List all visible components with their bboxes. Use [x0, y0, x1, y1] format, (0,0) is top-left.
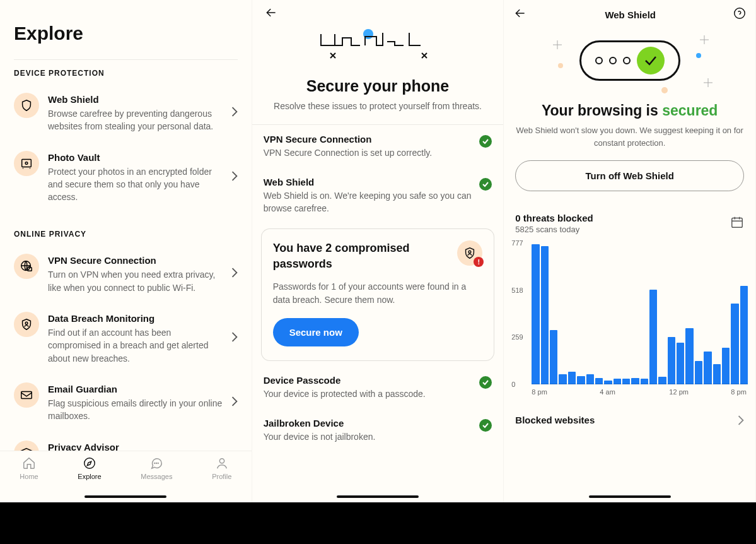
item-title: VPN Secure Connection — [264, 134, 472, 145]
chart-bar — [722, 348, 730, 384]
chart-bar — [550, 330, 557, 384]
x-tick-label: 12 pm — [669, 388, 689, 396]
alert-badge-icon: ! — [474, 257, 484, 267]
header-title: Web Shield — [605, 9, 656, 20]
chevron-right-icon — [231, 171, 238, 184]
tab-bar: Home Explore Messages Profile — [0, 451, 252, 502]
chevron-right-icon — [738, 415, 744, 425]
y-tick-label: 777 — [511, 239, 523, 247]
item-desc: Protect your photos in an encrypted fold… — [48, 165, 223, 204]
back-button[interactable] — [513, 7, 528, 22]
scans-chart: 0259518777 8 pm4 am12 pm8 pm — [511, 243, 748, 396]
threats-count: 0 threats blocked — [515, 213, 593, 223]
chart-bar — [532, 244, 539, 384]
page-title: Explore — [14, 23, 238, 44]
home-indicator[interactable] — [589, 495, 671, 498]
scans-count: 5825 scans today — [515, 225, 593, 234]
chart-bar — [586, 374, 594, 384]
explore-item-web-shield[interactable]: Web Shield Browse carefree by preventing… — [14, 86, 238, 145]
mail-icon — [14, 382, 39, 408]
shield-user-icon: ! — [457, 240, 482, 266]
svg-point-6 — [84, 458, 95, 469]
tab-label: Explore — [78, 473, 101, 480]
chart-bar — [731, 304, 738, 384]
x-tick-label: 8 pm — [532, 388, 547, 396]
x-tick-label: 8 pm — [731, 388, 746, 396]
chevron-right-icon — [231, 268, 238, 280]
hero-illustration — [504, 29, 755, 98]
explore-item-email-guardian[interactable]: Email Guardian Flag suspicious emails di… — [14, 376, 238, 434]
calendar-button[interactable] — [730, 215, 744, 232]
vault-icon — [14, 151, 39, 176]
chart-bar — [695, 361, 702, 384]
section-label: ONLINE PRIVACY — [14, 230, 238, 239]
headline: Your browsing is secured — [516, 102, 743, 119]
page-subtitle: Resolve these issues to protect yourself… — [274, 100, 482, 113]
divider — [14, 59, 238, 60]
status-item-passcode: Device Passcode Your device is protected… — [252, 366, 504, 409]
explore-item-vpn[interactable]: VPN Secure Connection Turn on VPN when y… — [14, 247, 238, 305]
item-title: Data Breach Monitoring — [48, 312, 223, 325]
back-button[interactable] — [264, 6, 492, 21]
item-desc: Flag suspicious emails directly in your … — [48, 397, 223, 423]
help-button[interactable] — [733, 6, 747, 23]
item-title: Photo Vault — [48, 151, 223, 164]
y-tick-label: 0 — [511, 381, 515, 388]
chart-bar — [668, 337, 675, 384]
alert-card[interactable]: You have 2 compromised passwords ! Passw… — [261, 228, 495, 361]
section-label: DEVICE PROTECTION — [14, 69, 238, 78]
chevron-right-icon — [231, 332, 238, 345]
tab-label: Home — [20, 473, 38, 480]
link-label: Blocked websites — [515, 415, 595, 425]
item-desc: VPN Secure Connection is set up correctl… — [264, 146, 472, 159]
item-title: Web Shield — [264, 177, 472, 187]
svg-point-7 — [154, 463, 155, 464]
turn-off-button[interactable]: Turn off Web Shield — [515, 160, 744, 191]
status-item-vpn: VPN Secure Connection VPN Secure Connect… — [252, 125, 504, 168]
hero-illustration — [252, 28, 504, 66]
chart-bar — [541, 246, 549, 384]
explore-item-photo-vault[interactable]: Photo Vault Protect your photos in an en… — [14, 145, 238, 215]
explore-item-breach[interactable]: Data Breach Monitoring Find out if an ac… — [14, 305, 238, 376]
tab-home[interactable]: Home — [20, 456, 38, 502]
home-indicator[interactable] — [337, 495, 419, 498]
blocked-websites-link[interactable]: Blocked websites — [515, 415, 744, 425]
svg-point-9 — [158, 463, 159, 464]
svg-rect-0 — [22, 159, 32, 167]
chart-bar — [685, 328, 693, 384]
item-title: Email Guardian — [48, 382, 223, 396]
item-desc: Web Shield is on. We're keeping you safe… — [264, 189, 472, 215]
svg-point-10 — [219, 459, 224, 463]
chevron-right-icon — [231, 396, 238, 409]
shield-user-icon — [14, 312, 39, 337]
tab-label: Messages — [141, 473, 172, 480]
x-tick-label: 4 am — [600, 388, 615, 396]
subtitle: Web Shield won't slow you down. We sugge… — [515, 124, 744, 149]
check-icon — [479, 178, 492, 191]
chart-bar — [713, 364, 721, 384]
secure-now-button[interactable]: Secure now — [273, 318, 359, 346]
item-title: Jailbroken Device — [264, 418, 472, 429]
card-title: You have 2 compromised passwords — [273, 240, 450, 271]
svg-rect-5 — [21, 391, 32, 398]
item-title: VPN Secure Connection — [48, 254, 223, 267]
svg-point-8 — [156, 463, 157, 464]
item-title: Device Passcode — [264, 375, 472, 386]
svg-point-13 — [735, 8, 745, 19]
check-icon — [479, 135, 492, 148]
tab-label: Profile — [212, 473, 231, 480]
chart-bar — [704, 352, 711, 384]
chart-bar — [559, 374, 566, 384]
item-desc: Your device is protected with a passcode… — [264, 387, 472, 400]
home-indicator[interactable] — [84, 495, 166, 498]
check-icon — [479, 419, 492, 432]
check-icon — [479, 376, 492, 389]
svg-point-1 — [25, 162, 28, 164]
svg-point-12 — [469, 251, 472, 254]
svg-rect-14 — [732, 218, 743, 228]
tab-profile[interactable]: Profile — [212, 456, 231, 502]
page-title: Secure your phone — [262, 77, 494, 95]
item-desc: Browse carefree by preventing dangerous … — [48, 107, 223, 133]
svg-point-4 — [25, 322, 28, 324]
item-desc: Find out if an account has been compromi… — [48, 326, 223, 365]
